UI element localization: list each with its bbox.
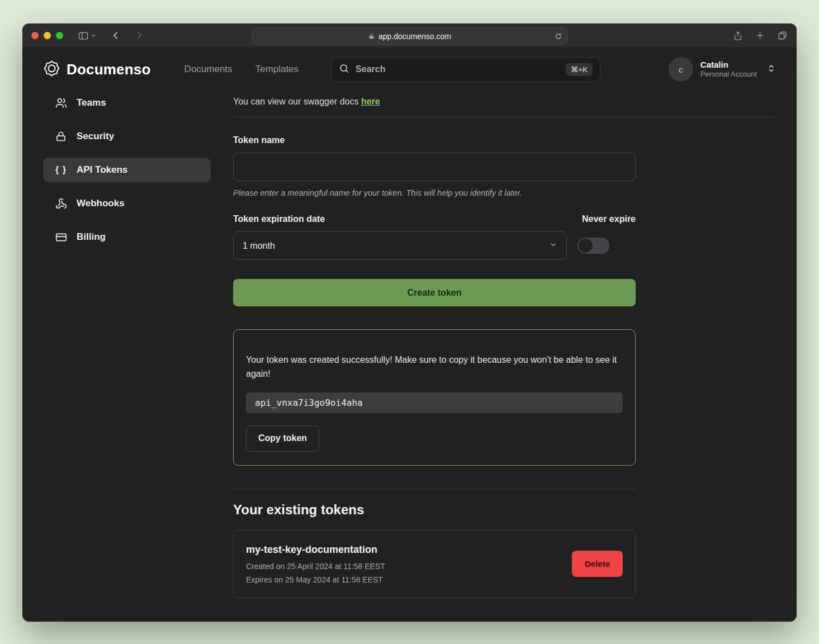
token-card-expires: Expires on 25 May 2024 at 11:58 EEST (246, 575, 385, 584)
sidebar-item-label: API Tokens (77, 164, 127, 176)
expiration-selected-value: 1 month (243, 241, 275, 251)
braces-icon: { } (55, 165, 67, 175)
browser-window: app.documenso.com (22, 23, 797, 622)
expiration-label: Token expiration date (233, 214, 325, 224)
browser-titlebar: app.documenso.com (22, 23, 797, 48)
swagger-docs-note: You can view our swagger docs here (233, 97, 776, 107)
token-name-input[interactable] (233, 153, 636, 181)
documenso-logo-icon (43, 60, 60, 79)
users-icon (55, 97, 67, 109)
forward-button[interactable] (134, 31, 144, 40)
chevron-down-icon (549, 240, 557, 251)
lock-icon (368, 33, 375, 40)
page-body: Teams Security { } API Tokens Webhooks (22, 91, 797, 622)
swagger-docs-link[interactable]: here (361, 97, 380, 106)
search-shortcut-badge: ⌘+K (566, 63, 593, 76)
token-card: my-test-key-documentation Created on 25 … (233, 530, 636, 598)
traffic-lights (31, 32, 63, 39)
url-text: app.documenso.com (378, 32, 451, 41)
brand[interactable]: Documenso (43, 60, 151, 79)
toggle-knob (579, 239, 593, 253)
avatar: c (669, 57, 693, 82)
sidebar-item-label: Billing (77, 231, 106, 243)
top-nav: Documents Templates (184, 64, 299, 75)
token-value-field[interactable]: api_vnxa7i3go9oi4aha (246, 392, 623, 413)
account-name: Catalin (700, 59, 757, 70)
sidebar-item-label: Security (77, 131, 114, 142)
share-icon[interactable] (733, 31, 743, 41)
app-header: Documenso Documents Templates Search ⌘+K… (22, 48, 797, 91)
never-expire-toggle[interactable] (577, 238, 609, 254)
new-tab-icon[interactable] (755, 31, 765, 40)
account-menu[interactable]: c Catalin Personal Account (669, 57, 776, 82)
search-placeholder: Search (356, 64, 385, 74)
sidebar-item-teams[interactable]: Teams (43, 91, 211, 115)
search-input[interactable]: Search ⌘+K (331, 57, 600, 82)
reload-icon[interactable] (554, 32, 562, 40)
webhook-icon (55, 198, 67, 210)
sidebar-item-label: Webhooks (77, 198, 125, 209)
sidebar-item-api-tokens[interactable]: { } API Tokens (43, 158, 211, 182)
tab-overview-icon[interactable] (777, 30, 788, 41)
chevron-up-down-icon (766, 64, 776, 75)
search-icon (339, 63, 349, 76)
token-name-helper: Please enter a meaningful name for your … (233, 188, 636, 197)
delete-token-button[interactable]: Delete (572, 551, 623, 577)
brand-name: Documenso (67, 61, 151, 78)
sidebar-item-webhooks[interactable]: Webhooks (43, 191, 211, 216)
expiration-select[interactable]: 1 month (233, 231, 567, 260)
divider (233, 117, 776, 117)
copy-token-button[interactable]: Copy token (246, 425, 319, 452)
token-name-label: Token name (233, 135, 636, 145)
sidebar-item-billing[interactable]: Billing (43, 225, 211, 249)
credit-card-icon (55, 231, 67, 243)
swagger-text: You can view our swagger docs (233, 97, 361, 106)
create-token-button[interactable]: Create token (233, 279, 636, 306)
token-created-alert: Your token was created successfully! Mak… (233, 329, 636, 466)
address-bar[interactable]: app.documenso.com (252, 27, 567, 45)
token-card-created: Created on 25 April 2024 at 11:58 EEST (246, 562, 385, 571)
lock-icon (55, 131, 67, 142)
sidebar-chevron-down-icon[interactable] (91, 32, 97, 39)
sidebar-item-security[interactable]: Security (43, 124, 211, 149)
close-window-button[interactable] (31, 32, 39, 39)
never-expire-label: Never expire (582, 214, 636, 224)
api-tokens-panel: You can view our swagger docs here Token… (211, 91, 776, 622)
back-button[interactable] (111, 31, 121, 40)
sidebar-toggle-icon[interactable] (78, 30, 89, 41)
token-card-name: my-test-key-documentation (246, 544, 385, 556)
divider (233, 489, 636, 489)
fullscreen-window-button[interactable] (56, 32, 63, 39)
minimize-window-button[interactable] (44, 32, 51, 39)
settings-sidebar: Teams Security { } API Tokens Webhooks (43, 91, 211, 622)
token-created-message: Your token was created successfully! Mak… (246, 353, 623, 381)
nav-templates[interactable]: Templates (255, 64, 299, 75)
sidebar-item-label: Teams (77, 97, 106, 108)
account-type: Personal Account (700, 70, 757, 79)
nav-documents[interactable]: Documents (184, 64, 233, 75)
existing-tokens-heading: Your existing tokens (233, 502, 636, 518)
